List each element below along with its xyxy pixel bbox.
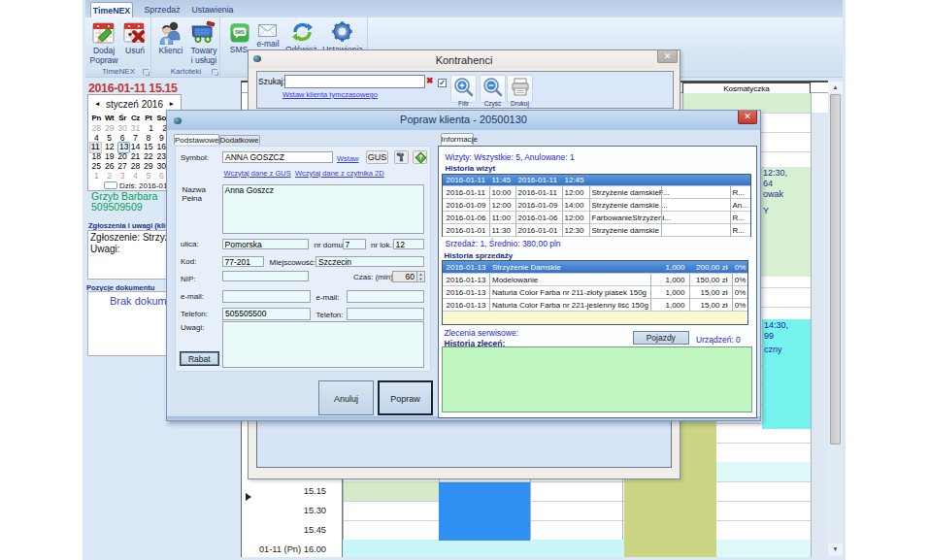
svg-text:SMS: SMS (235, 30, 245, 35)
